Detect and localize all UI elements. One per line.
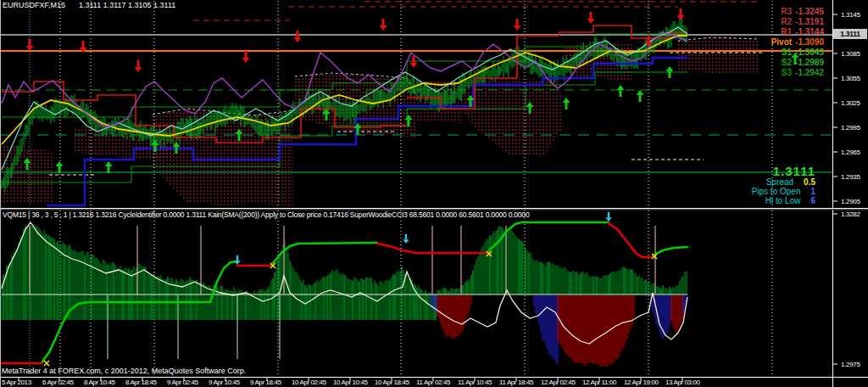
indicator-pane[interactable] [2,210,772,376]
pivot-levels-panel: R3-1.3245R2-1.3191R1-1.3144Pivot-1.3090S… [771,7,824,78]
time-axis-label: 10 Apr 10:45 [333,379,368,386]
price-tick-label: 1.3145 [841,11,868,19]
pivot-level-value: -1.2989 [795,58,824,67]
time-axis-label: 8 Apr 18:45 [125,379,157,386]
pivot-level-row: S1-1.3043 [771,48,824,58]
chart-title: EURUSDFXF,M151.3111 1.3117 1.3105 1.3111 [3,1,175,9]
mt4-chart-window: EURUSDFXF,M151.3111 1.3117 1.3105 1.3111… [0,0,868,387]
pivot-level-value: -1.3043 [795,48,824,57]
sell-arrow-icon [135,67,142,72]
ohlc-quote-label: 1.3111 1.3117 1.3105 1.3111 [79,1,175,9]
sell-arrow-icon [294,37,302,42]
ichimoku-cloud-patch [564,42,632,81]
time-axis-label: 10 Apr 02:45 [292,379,326,386]
time-axis-label: 11 Apr 10:45 [458,379,492,386]
sell-arrow-icon [587,19,595,24]
copyright-label: MetaTrader 4 at FOREX.com, c 2001-2012, … [2,367,246,375]
pivot-level-name: S2 [782,58,792,67]
pivot-level-name: R1 [781,27,792,36]
spread-value: 0.5 [804,177,815,187]
ichimoku-cloud-patch [678,37,759,73]
pips-to-open-value: 1 [810,187,815,196]
sell-arrow-icon [242,58,250,63]
time-axis-label: 13 Apr 03:00 [665,379,700,386]
buy-arrow-icon [56,161,64,166]
price-tick-label: 1.2965 [841,149,868,156]
pivot-level-value: -1.2942 [795,68,824,77]
time-axis-label: 11 Apr 18:45 [499,379,533,386]
pivot-level-row: R1-1.3144 [771,27,824,37]
time-axis-label: 5 Apr 2013 [2,379,31,386]
ichimoku-cloud-patch [0,144,53,204]
buy-arrow-icon [666,66,674,71]
price-tick-label: 1.3025 [841,99,868,107]
quote-info-panel: 1.3111 Spread0.5 Pips to Open1 Hi to Low… [680,165,815,205]
pivot-level-value: -1.3245 [795,7,824,16]
pivot-level-name: Pivot [771,37,792,47]
buy-arrow-icon [105,161,113,166]
price-tick-label: 1.2905 [841,198,868,205]
pivot-level-row: Pivot-1.3090 [771,37,824,48]
pivot-level-name: R2 [781,17,792,26]
indicator-tick-label: 1.2975 [841,361,868,368]
time-axis-label: 10 Apr 18:45 [375,379,409,386]
spread-row: Spread0.5 [680,177,815,187]
sell-arrow-icon [677,15,685,20]
signal-line-segment [654,247,687,255]
pivot-level-value: -1.3090 [795,37,824,47]
sell-arrow-icon [380,25,387,31]
buy-arrow-icon [563,98,570,103]
time-axis-label: 11 Apr 02:45 [416,379,450,386]
time-axis-label: 9 Apr 10:45 [209,379,240,386]
sell-arrow-icon [403,239,409,244]
sell-arrow-icon [410,63,418,68]
pivot-level-row: R2-1.3191 [771,17,824,27]
pivot-level-name: R3 [781,7,792,16]
price-tick-label: 1.3055 [841,75,868,82]
pivot-level-row: S2-1.2989 [771,58,824,68]
pivot-level-value: -1.3191 [795,17,824,26]
signal-line-segment [377,244,489,253]
symbol-timeframe-label: EURUSDFXF,M15 [3,1,65,9]
price-tick-label: 1.3085 [841,50,868,58]
price-tick-label: 1.2935 [841,173,868,181]
hi-to-low-value: 6 [810,196,815,205]
sell-arrow-icon [605,217,611,222]
current-price-box: 1.3111 [833,29,867,39]
time-axis-label: 12 Apr 19:00 [624,379,659,386]
pivot-level-row: S3-1.2942 [771,68,824,78]
bid-price-label: 1.3111 [680,165,815,177]
time-axis-label: 6 Apr 02:45 [42,379,74,386]
time-axis-label: 12 Apr 02:45 [541,379,576,386]
time-axis-label: 9 Apr 02:45 [167,379,198,386]
pivot-level-name: S3 [782,68,792,77]
pips-to-open-row: Pips to Open1 [680,187,815,196]
buy-arrow-icon [637,90,644,95]
sell-arrow-icon [514,25,521,31]
time-axis-label: 9 Apr 18:45 [250,379,281,386]
indicator-header: VQM15 | 36 , 3 , 5 , 1 | 1.3216 1.3216 C… [3,210,529,219]
buy-arrow-icon [617,85,625,90]
price-tick-label: 1.2995 [841,124,868,132]
indicator-tick-label: 1.3282 [841,210,868,218]
hi-to-low-row: Hi to Low6 [680,196,815,205]
time-axis-label: 8 Apr 10:45 [84,379,115,386]
pivot-level-name: S1 [782,48,792,57]
pivot-level-value: -1.3144 [795,27,824,36]
time-axis-label: 12 Apr 11:00 [582,379,616,386]
pivot-level-row: R3-1.3245 [771,7,824,17]
signal-line-segment [609,223,654,257]
